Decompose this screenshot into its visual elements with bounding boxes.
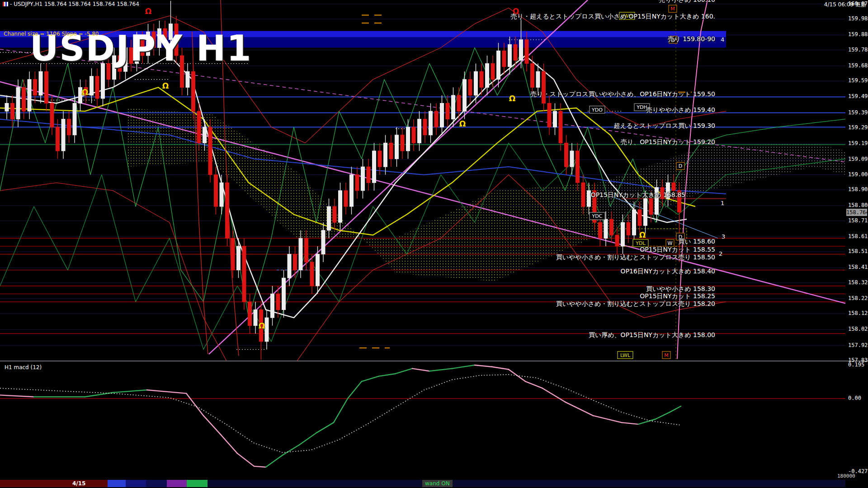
macd-tick-label: 0.195 [848,361,864,368]
chart-annotation: OP15日NYカット大きめ 158.85 [591,191,685,199]
label-box-m: M [669,5,677,12]
price-tick-label: 159.980 [848,15,868,22]
price-tick-label: 158.025 [848,326,868,332]
price-tick-label: 159.590 [848,77,868,84]
horizontal-levels [0,97,845,333]
chart-annotation: 買いやや小さめ・割り込むとストップロス売り 158.50 [556,253,715,262]
timeline-segment [187,480,208,487]
macd-signal-line [0,375,681,453]
sequence-number-label: 1 [721,200,724,206]
label-box-d: D [676,162,684,169]
svg-text:LWL: LWL [620,352,631,358]
update-time: 4/15 06:09 更新 [824,1,866,9]
label-box-ydc: YDC [590,212,605,220]
svg-text:M: M [664,352,669,358]
chart-annotation: OP15日NYカット 158.55 [640,246,715,254]
price-tick-label: 158.805 [848,202,868,208]
channel-label: Channel size = 1106 Slope = -5.80 [4,31,99,37]
svg-text:YDC: YDC [592,213,603,219]
price-tick-label: 158.905 [848,186,868,192]
timeline-segment [146,480,167,487]
price-tick-label: 159.880 [848,31,868,38]
current-price-tag: 158.764 [846,209,867,216]
chart-title: - USDJPY,H1 158.764 158.764 158.764 158.… [10,1,139,7]
chart-annotation: 売り 159.80-90 [668,35,715,43]
svg-text:YDO: YDO [591,107,603,113]
svg-text:M: M [670,6,675,12]
chart-annotation: 買い 158.60 [678,238,715,246]
macd-tick-label: -0.427 [848,468,868,474]
timeline-segment [126,480,146,487]
price-tick-label: 159.785 [848,47,868,53]
chart-annotation: 超えるとストップロス買い 159.30 [613,122,715,130]
price-tick-label: 157.925 [848,342,868,348]
omega-marker-icon: Ω [509,94,515,103]
macd-svg[interactable] [0,361,868,480]
chart-annotation: 買い厚め、OP15日NYカット大きめ 158.00 [589,331,715,339]
chart-annotation: 売り・ストップロス買いやや小さめ、OP16日NYカット 159.50 [530,90,715,99]
sequence-number-label: 4 [721,36,724,43]
price-tick-label: 159.390 [848,109,868,116]
omega-marker-icon: Ω [162,81,169,90]
timeline-segment [0,480,108,487]
price-tick-label: 159.195 [848,140,868,146]
price-tick-label: 159.000 [848,171,868,178]
omega-marker-icon: Ω [82,88,88,97]
macd-tick-label: 0.00 [848,395,861,401]
timeline-segment [108,480,126,487]
label-box-m: M [662,352,670,359]
omega-marker-icon: Ω [259,321,265,330]
chart-annotation: 買いやや小さめ・割り込むとストップロス売り 158.20 [556,300,715,308]
price-tick-label: 159.685 [848,62,868,69]
chart-annotation: OP15日NYカット 158.25 [640,292,715,300]
price-tick-label: 158.320 [848,279,868,286]
omega-marker-icon: Ω [639,230,646,239]
price-tick-label: 158.415 [848,264,868,270]
trading-terminal: - USDJPY,H1 158.764 158.764 158.764 158.… [0,0,868,488]
price-tick-label: 159.295 [848,124,868,131]
sequence-number-label: 3 [722,233,725,240]
timeline-segment [845,480,868,487]
sequence-number-label: 2 [719,250,722,257]
chart-annotation: 売り・超えるとストップロス買い小さめ OP15日NYカット大きめ 160. [511,13,715,21]
chart-annotation: 売りやや小さめ 159.40 [646,106,715,114]
pane-separator[interactable] [0,361,868,361]
wand-status-label: wand ON [422,480,453,487]
price-tick-label: 158.610 [848,233,868,239]
chart-annotation: 売り小さめ 160.10 [659,0,715,4]
timeline-date-label: 4/15 [72,480,85,487]
label-box-ydo: YDO [590,106,605,113]
omega-marker-icon: Ω [145,7,151,16]
price-tick-label: 158.220 [848,295,868,301]
svg-text:D: D [679,163,682,169]
price-tick-label: 159.095 [848,156,868,162]
timeline-segment [208,480,845,487]
label-box-lwl: LWL [618,352,633,359]
price-tick-label: 158.515 [848,248,868,254]
chart-annotation: 売り、OP15日NYカット 159.20 [621,138,715,146]
price-tick-label: 158.125 [848,310,868,316]
macd-line [0,365,681,467]
price-tick-label: 158.710 [848,217,868,224]
omega-marker-icon: Ω [459,119,466,128]
timeline-segment [167,480,187,487]
chart-annotation: OP16日NYカット大きめ 158.40 [621,267,715,276]
price-tick-label: 159.490 [848,93,868,99]
macd-indicator-label: H1 macd (12) [5,364,42,371]
chart-icon [3,2,8,6]
